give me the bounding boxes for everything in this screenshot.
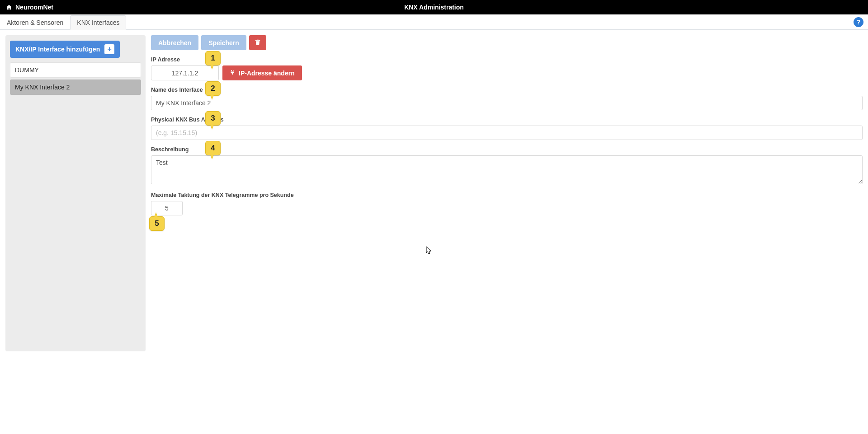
field-description: Beschreibung 4: [151, 146, 863, 186]
content: Abbrechen Speichern IP Adresse IP-Adress…: [151, 35, 863, 222]
trash-icon: [255, 39, 261, 47]
callout-2: 2: [205, 81, 221, 96]
topbar-right-blackbox: [804, 4, 863, 11]
callout-3: 3: [205, 111, 221, 126]
help-button[interactable]: ?: [854, 17, 863, 27]
label-ip: IP Adresse: [151, 56, 863, 63]
topbar-left: NeuroomNet: [5, 4, 53, 11]
add-interface-button[interactable]: KNX/IP Interface hinzufügen +: [10, 41, 120, 58]
tab-aktoren-sensoren[interactable]: Aktoren & Sensoren: [0, 15, 70, 30]
description-textarea[interactable]: [151, 155, 863, 184]
page-title: KNX Administration: [404, 4, 464, 11]
sidebar: KNX/IP Interface hinzufügen + DUMMY My K…: [5, 35, 146, 351]
change-ip-label: IP-Adresse ändern: [239, 70, 295, 77]
label-name: Name des Interface: [151, 87, 863, 93]
delete-button[interactable]: [249, 35, 266, 50]
label-description: Beschreibung: [151, 146, 863, 153]
plus-icon: +: [104, 44, 114, 54]
physical-input[interactable]: [151, 126, 863, 140]
label-physical: Physical KNX Bus Address: [151, 117, 863, 123]
add-interface-label: KNX/IP Interface hinzufügen: [15, 46, 100, 53]
name-input[interactable]: [151, 96, 863, 110]
tabs-row: Aktoren & Sensoren KNX Interfaces ?: [0, 14, 868, 30]
callout-5: 5: [149, 216, 165, 231]
ip-input[interactable]: [151, 65, 219, 80]
callout-1: 1: [205, 51, 221, 65]
list-item[interactable]: My KNX Interface 2: [10, 79, 141, 95]
interface-list: DUMMY My KNX Interface 2: [5, 62, 146, 99]
field-name: Name des Interface 2: [151, 87, 863, 110]
change-ip-button[interactable]: IP-Adresse ändern: [222, 65, 302, 80]
action-button-row: Abbrechen Speichern: [151, 35, 863, 50]
field-ip: IP Adresse IP-Adresse ändern 1: [151, 56, 863, 80]
field-physical: Physical KNX Bus Address 3: [151, 117, 863, 140]
cancel-button[interactable]: Abbrechen: [151, 35, 198, 50]
label-rate: Maximale Taktung der KNX Telegramme pro …: [151, 192, 863, 198]
callout-4: 4: [205, 141, 221, 155]
topbar: NeuroomNet KNX Administration: [0, 0, 868, 14]
save-button[interactable]: Speichern: [201, 35, 246, 50]
field-rate: Maximale Taktung der KNX Telegramme pro …: [151, 192, 863, 215]
list-item[interactable]: DUMMY: [10, 62, 141, 78]
app-name: NeuroomNet: [15, 4, 53, 11]
home-icon[interactable]: [5, 4, 13, 10]
tab-knx-interfaces[interactable]: KNX Interfaces: [70, 15, 126, 30]
main: KNX/IP Interface hinzufügen + DUMMY My K…: [0, 30, 868, 357]
plug-icon: [230, 69, 235, 77]
